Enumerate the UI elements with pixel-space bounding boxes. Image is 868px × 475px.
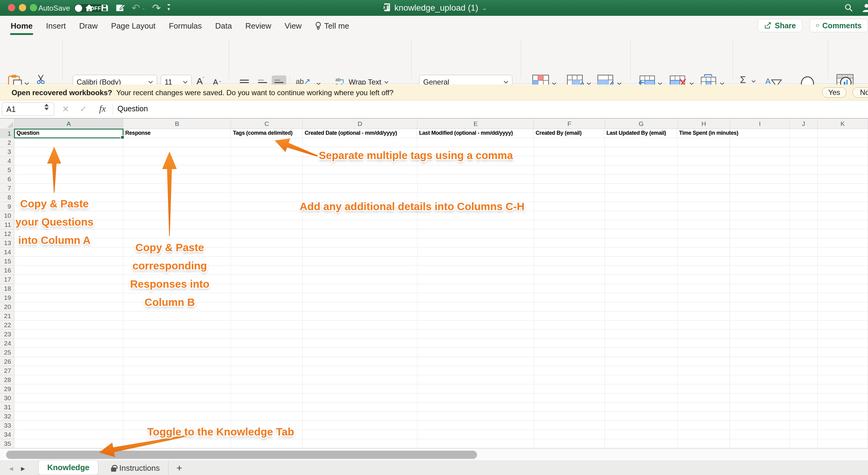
cell-d11[interactable] <box>303 220 417 229</box>
cell-f28[interactable] <box>534 375 605 384</box>
cell-e2[interactable] <box>417 138 534 147</box>
cell-a31[interactable] <box>14 403 123 412</box>
row-header-23[interactable]: 23 <box>0 330 14 339</box>
cell-d24[interactable] <box>303 339 417 348</box>
cell-b5[interactable] <box>123 165 231 175</box>
cell-h25[interactable] <box>678 348 730 357</box>
cell-i19[interactable] <box>730 293 790 302</box>
cell-g19[interactable] <box>605 293 678 302</box>
cell-k23[interactable] <box>817 330 868 339</box>
cell-g17[interactable] <box>605 275 678 284</box>
cell-h17[interactable] <box>678 275 730 284</box>
cell-g12[interactable] <box>605 229 678 239</box>
cell-d27[interactable] <box>303 366 417 375</box>
cell-j31[interactable] <box>790 403 817 412</box>
cell-f14[interactable] <box>534 248 605 257</box>
cell-k20[interactable] <box>817 302 868 311</box>
cell-d19[interactable] <box>303 293 417 302</box>
cell-h11[interactable] <box>678 220 730 229</box>
cell-a30[interactable] <box>14 393 123 403</box>
cell-e14[interactable] <box>417 248 534 257</box>
cell-a16[interactable] <box>14 266 123 275</box>
cell-a33[interactable] <box>14 421 123 430</box>
cell-c9[interactable] <box>231 202 303 211</box>
cell-i1[interactable] <box>730 129 790 138</box>
cell-g2[interactable] <box>605 138 678 147</box>
autosum-chevron-icon[interactable] <box>751 78 756 84</box>
cell-e32[interactable] <box>417 412 534 421</box>
cell-f30[interactable] <box>534 393 605 403</box>
cell-c16[interactable] <box>231 266 303 275</box>
cell-b27[interactable] <box>123 366 231 375</box>
cell-k34[interactable] <box>817 430 868 439</box>
cell-f3[interactable] <box>534 147 605 156</box>
insert-function-icon[interactable]: fx <box>99 103 106 114</box>
cell-k9[interactable] <box>817 202 868 211</box>
cell-j4[interactable] <box>790 156 817 165</box>
cell-k33[interactable] <box>817 421 868 430</box>
cell-f16[interactable] <box>534 266 605 275</box>
cell-j21[interactable] <box>790 311 817 320</box>
cell-a15[interactable] <box>14 257 123 266</box>
column-header-b[interactable]: B <box>123 119 231 129</box>
cell-c13[interactable] <box>231 239 303 248</box>
cell-k28[interactable] <box>817 375 868 384</box>
cell-h27[interactable] <box>678 366 730 375</box>
enter-icon[interactable]: ✓ <box>80 104 87 114</box>
cell-c8[interactable] <box>231 193 303 202</box>
cell-h16[interactable] <box>678 266 730 275</box>
cell-c12[interactable] <box>231 229 303 239</box>
cell-k7[interactable] <box>817 184 868 193</box>
cell-j23[interactable] <box>790 330 817 339</box>
cell-d32[interactable] <box>303 412 417 421</box>
cell-b23[interactable] <box>123 330 231 339</box>
cell-e18[interactable] <box>417 284 534 293</box>
cell-b12[interactable] <box>123 229 231 239</box>
cell-f17[interactable] <box>534 275 605 284</box>
cell-a17[interactable] <box>14 275 123 284</box>
row-header-29[interactable]: 29 <box>0 384 14 393</box>
cell-a7[interactable] <box>14 184 123 193</box>
cell-i22[interactable] <box>730 320 790 330</box>
cell-k26[interactable] <box>817 357 868 366</box>
cell-j24[interactable] <box>790 339 817 348</box>
cell-f25[interactable] <box>534 348 605 357</box>
row-header-19[interactable]: 19 <box>0 293 14 302</box>
cell-j5[interactable] <box>790 165 817 175</box>
cell-b10[interactable] <box>123 211 231 220</box>
row-header-7[interactable]: 7 <box>0 184 14 193</box>
cell-b31[interactable] <box>123 403 231 412</box>
customize-toolbar-icon[interactable]: ▾ <box>168 4 170 12</box>
cell-a24[interactable] <box>14 339 123 348</box>
column-header-i[interactable]: I <box>730 119 790 129</box>
cell-g22[interactable] <box>605 320 678 330</box>
cell-j3[interactable] <box>790 147 817 156</box>
cell-c21[interactable] <box>231 311 303 320</box>
cell-h19[interactable] <box>678 293 730 302</box>
row-header-6[interactable]: 6 <box>0 175 14 184</box>
cell-k6[interactable] <box>817 175 868 184</box>
cell-h5[interactable] <box>678 165 730 175</box>
cell-e30[interactable] <box>417 393 534 403</box>
row-header-22[interactable]: 22 <box>0 320 14 330</box>
cell-g9[interactable] <box>605 202 678 211</box>
cell-b6[interactable] <box>123 175 231 184</box>
cell-g5[interactable] <box>605 165 678 175</box>
account-avatar-icon[interactable] <box>861 2 868 14</box>
cell-g11[interactable] <box>605 220 678 229</box>
row-header-27[interactable]: 27 <box>0 366 14 375</box>
cell-h24[interactable] <box>678 339 730 348</box>
cell-j16[interactable] <box>790 266 817 275</box>
cell-e5[interactable] <box>417 165 534 175</box>
cell-d12[interactable] <box>303 229 417 239</box>
cell-g34[interactable] <box>605 430 678 439</box>
cell-e15[interactable] <box>417 257 534 266</box>
cell-f4[interactable] <box>534 156 605 165</box>
cell-g31[interactable] <box>605 403 678 412</box>
row-header-32[interactable]: 32 <box>0 412 14 421</box>
cell-g21[interactable] <box>605 311 678 320</box>
cell-b35[interactable] <box>123 439 231 448</box>
cell-f6[interactable] <box>534 175 605 184</box>
cell-d7[interactable] <box>303 184 417 193</box>
cell-a18[interactable] <box>14 284 123 293</box>
